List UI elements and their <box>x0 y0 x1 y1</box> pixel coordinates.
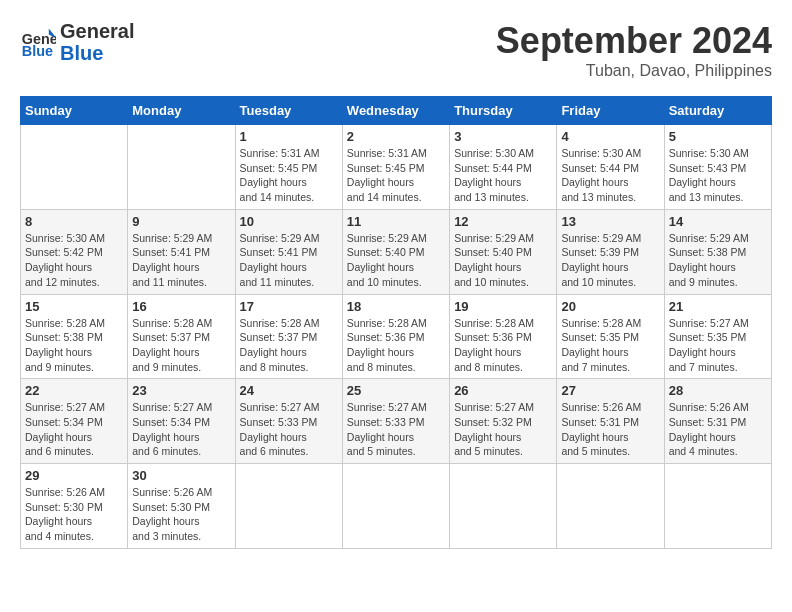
day-number: 24 <box>240 383 338 398</box>
day-number: 26 <box>454 383 552 398</box>
day-number: 3 <box>454 129 552 144</box>
calendar-cell: 20Sunrise: 5:28 AMSunset: 5:35 PMDayligh… <box>557 294 664 379</box>
calendar-cell: 4Sunrise: 5:30 AMSunset: 5:44 PMDaylight… <box>557 125 664 210</box>
calendar-table: SundayMondayTuesdayWednesdayThursdayFrid… <box>20 96 772 549</box>
day-number: 12 <box>454 214 552 229</box>
day-number: 29 <box>25 468 123 483</box>
day-info: Sunrise: 5:28 AMSunset: 5:38 PMDaylight … <box>25 316 123 375</box>
calendar-cell: 12Sunrise: 5:29 AMSunset: 5:40 PMDayligh… <box>450 209 557 294</box>
day-info: Sunrise: 5:28 AMSunset: 5:37 PMDaylight … <box>240 316 338 375</box>
day-number: 21 <box>669 299 767 314</box>
calendar-cell: 11Sunrise: 5:29 AMSunset: 5:40 PMDayligh… <box>342 209 449 294</box>
day-number: 17 <box>240 299 338 314</box>
logo: General Blue General Blue <box>20 20 134 64</box>
day-info: Sunrise: 5:30 AMSunset: 5:42 PMDaylight … <box>25 231 123 290</box>
calendar-cell: 29Sunrise: 5:26 AMSunset: 5:30 PMDayligh… <box>21 464 128 549</box>
day-number: 5 <box>669 129 767 144</box>
day-info: Sunrise: 5:26 AMSunset: 5:31 PMDaylight … <box>561 400 659 459</box>
calendar-cell: 19Sunrise: 5:28 AMSunset: 5:36 PMDayligh… <box>450 294 557 379</box>
calendar-cell: 28Sunrise: 5:26 AMSunset: 5:31 PMDayligh… <box>664 379 771 464</box>
day-number: 25 <box>347 383 445 398</box>
day-number: 19 <box>454 299 552 314</box>
calendar-cell <box>128 125 235 210</box>
day-info: Sunrise: 5:27 AMSunset: 5:33 PMDaylight … <box>240 400 338 459</box>
week-row-2: 8Sunrise: 5:30 AMSunset: 5:42 PMDaylight… <box>21 209 772 294</box>
day-number: 4 <box>561 129 659 144</box>
day-info: Sunrise: 5:30 AMSunset: 5:44 PMDaylight … <box>561 146 659 205</box>
day-info: Sunrise: 5:27 AMSunset: 5:34 PMDaylight … <box>25 400 123 459</box>
calendar-cell: 30Sunrise: 5:26 AMSunset: 5:30 PMDayligh… <box>128 464 235 549</box>
day-info: Sunrise: 5:28 AMSunset: 5:37 PMDaylight … <box>132 316 230 375</box>
calendar-cell: 21Sunrise: 5:27 AMSunset: 5:35 PMDayligh… <box>664 294 771 379</box>
day-info: Sunrise: 5:29 AMSunset: 5:39 PMDaylight … <box>561 231 659 290</box>
calendar-cell: 15Sunrise: 5:28 AMSunset: 5:38 PMDayligh… <box>21 294 128 379</box>
day-info: Sunrise: 5:28 AMSunset: 5:36 PMDaylight … <box>347 316 445 375</box>
day-number: 2 <box>347 129 445 144</box>
calendar-cell: 26Sunrise: 5:27 AMSunset: 5:32 PMDayligh… <box>450 379 557 464</box>
calendar-cell: 8Sunrise: 5:30 AMSunset: 5:42 PMDaylight… <box>21 209 128 294</box>
logo-general: General <box>60 20 134 42</box>
week-row-4: 22Sunrise: 5:27 AMSunset: 5:34 PMDayligh… <box>21 379 772 464</box>
day-info: Sunrise: 5:30 AMSunset: 5:43 PMDaylight … <box>669 146 767 205</box>
weekday-header-sunday: Sunday <box>21 97 128 125</box>
location-title: Tuban, Davao, Philippines <box>496 62 772 80</box>
calendar-cell: 10Sunrise: 5:29 AMSunset: 5:41 PMDayligh… <box>235 209 342 294</box>
day-info: Sunrise: 5:29 AMSunset: 5:41 PMDaylight … <box>132 231 230 290</box>
day-number: 9 <box>132 214 230 229</box>
calendar-cell <box>557 464 664 549</box>
day-number: 22 <box>25 383 123 398</box>
calendar-cell: 9Sunrise: 5:29 AMSunset: 5:41 PMDaylight… <box>128 209 235 294</box>
day-info: Sunrise: 5:26 AMSunset: 5:30 PMDaylight … <box>132 485 230 544</box>
day-number: 11 <box>347 214 445 229</box>
logo-blue: Blue <box>60 42 134 64</box>
week-row-5: 29Sunrise: 5:26 AMSunset: 5:30 PMDayligh… <box>21 464 772 549</box>
weekday-header-monday: Monday <box>128 97 235 125</box>
calendar-cell: 2Sunrise: 5:31 AMSunset: 5:45 PMDaylight… <box>342 125 449 210</box>
day-info: Sunrise: 5:27 AMSunset: 5:33 PMDaylight … <box>347 400 445 459</box>
day-info: Sunrise: 5:27 AMSunset: 5:32 PMDaylight … <box>454 400 552 459</box>
calendar-cell: 1Sunrise: 5:31 AMSunset: 5:45 PMDaylight… <box>235 125 342 210</box>
day-info: Sunrise: 5:31 AMSunset: 5:45 PMDaylight … <box>347 146 445 205</box>
day-number: 20 <box>561 299 659 314</box>
month-title: September 2024 <box>496 20 772 62</box>
day-number: 18 <box>347 299 445 314</box>
calendar-cell: 3Sunrise: 5:30 AMSunset: 5:44 PMDaylight… <box>450 125 557 210</box>
calendar-cell: 16Sunrise: 5:28 AMSunset: 5:37 PMDayligh… <box>128 294 235 379</box>
weekday-header-saturday: Saturday <box>664 97 771 125</box>
day-info: Sunrise: 5:28 AMSunset: 5:36 PMDaylight … <box>454 316 552 375</box>
calendar-cell <box>21 125 128 210</box>
day-info: Sunrise: 5:26 AMSunset: 5:30 PMDaylight … <box>25 485 123 544</box>
calendar-cell: 5Sunrise: 5:30 AMSunset: 5:43 PMDaylight… <box>664 125 771 210</box>
day-number: 28 <box>669 383 767 398</box>
calendar-cell: 18Sunrise: 5:28 AMSunset: 5:36 PMDayligh… <box>342 294 449 379</box>
calendar-cell: 22Sunrise: 5:27 AMSunset: 5:34 PMDayligh… <box>21 379 128 464</box>
header: General Blue General Blue September 2024… <box>20 20 772 80</box>
day-info: Sunrise: 5:30 AMSunset: 5:44 PMDaylight … <box>454 146 552 205</box>
day-number: 13 <box>561 214 659 229</box>
day-info: Sunrise: 5:29 AMSunset: 5:40 PMDaylight … <box>454 231 552 290</box>
day-number: 23 <box>132 383 230 398</box>
week-row-3: 15Sunrise: 5:28 AMSunset: 5:38 PMDayligh… <box>21 294 772 379</box>
weekday-header-friday: Friday <box>557 97 664 125</box>
calendar-cell: 24Sunrise: 5:27 AMSunset: 5:33 PMDayligh… <box>235 379 342 464</box>
weekday-header-thursday: Thursday <box>450 97 557 125</box>
calendar-cell: 27Sunrise: 5:26 AMSunset: 5:31 PMDayligh… <box>557 379 664 464</box>
day-number: 1 <box>240 129 338 144</box>
calendar-cell: 14Sunrise: 5:29 AMSunset: 5:38 PMDayligh… <box>664 209 771 294</box>
day-info: Sunrise: 5:27 AMSunset: 5:35 PMDaylight … <box>669 316 767 375</box>
calendar-cell <box>450 464 557 549</box>
day-number: 30 <box>132 468 230 483</box>
day-info: Sunrise: 5:29 AMSunset: 5:38 PMDaylight … <box>669 231 767 290</box>
calendar-cell: 25Sunrise: 5:27 AMSunset: 5:33 PMDayligh… <box>342 379 449 464</box>
calendar-cell: 23Sunrise: 5:27 AMSunset: 5:34 PMDayligh… <box>128 379 235 464</box>
title-area: September 2024 Tuban, Davao, Philippines <box>496 20 772 80</box>
day-number: 15 <box>25 299 123 314</box>
svg-text:Blue: Blue <box>22 43 53 59</box>
day-info: Sunrise: 5:31 AMSunset: 5:45 PMDaylight … <box>240 146 338 205</box>
calendar-cell: 13Sunrise: 5:29 AMSunset: 5:39 PMDayligh… <box>557 209 664 294</box>
day-info: Sunrise: 5:29 AMSunset: 5:41 PMDaylight … <box>240 231 338 290</box>
calendar-cell <box>664 464 771 549</box>
day-info: Sunrise: 5:28 AMSunset: 5:35 PMDaylight … <box>561 316 659 375</box>
weekday-header-row: SundayMondayTuesdayWednesdayThursdayFrid… <box>21 97 772 125</box>
weekday-header-tuesday: Tuesday <box>235 97 342 125</box>
